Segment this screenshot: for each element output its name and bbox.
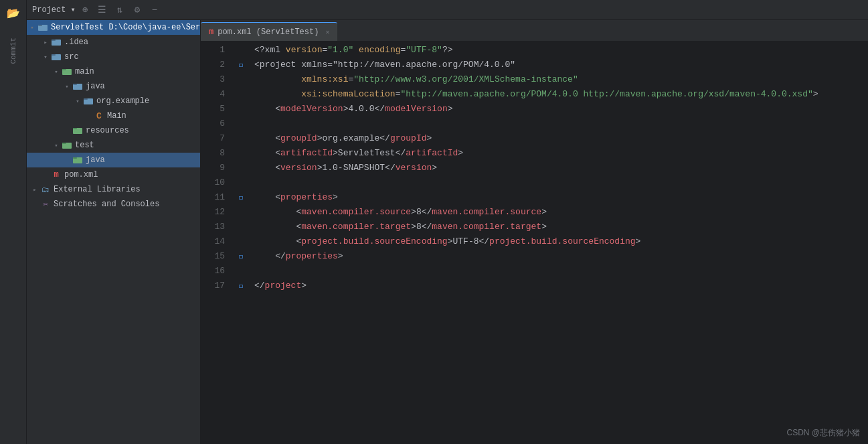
line-number-10: 10 [201, 175, 233, 190]
tree-item-9[interactable]: java [27, 153, 200, 167]
tree-arrow: ▾ [27, 22, 37, 33]
gutter-icon-17: ◻ [233, 279, 249, 293]
external-icon: 🗂 [40, 184, 51, 195]
commit-label: Commit [8, 35, 19, 67]
folder-icon [62, 66, 72, 77]
svg-rect-15 [62, 143, 66, 144]
editor-gutter: ◻◻◻◻ [233, 42, 249, 444]
tree-item-12[interactable]: ✂Scratches and Consoles [27, 197, 200, 212]
gutter-icon-1 [233, 43, 249, 58]
gutter-icon-5 [233, 102, 249, 117]
code-line-2: <project xmlns="http://maven.apache.org/… [249, 58, 868, 72]
tree-item-label: ServletTest D:\Code\java-ee\Ser... [51, 23, 201, 32]
settings-icon[interactable]: ⚙ [131, 3, 144, 17]
tree-item-10[interactable]: mpom.xml [27, 167, 200, 182]
gutter-icon-12 [233, 205, 249, 220]
gutter-icon-8 [233, 146, 249, 161]
code-line-10 [249, 175, 868, 190]
gutter-icon-2: ◻ [233, 58, 249, 72]
scratches-icon: ✂ [40, 199, 51, 210]
line-number-5: 5 [201, 102, 233, 117]
project-sidebar: ▾ServletTest D:\Code\java-ee\Ser...▸.ide… [27, 20, 201, 444]
class-icon: C [94, 110, 104, 121]
svg-rect-13 [73, 128, 77, 129]
tree-item-11[interactable]: ▸🗂External Libraries [27, 182, 200, 197]
gutter-icon-7 [233, 131, 249, 146]
add-icon[interactable]: ⊕ [78, 3, 92, 17]
code-line-4: xsi:schemaLocation="http://maven.apache.… [249, 87, 868, 102]
code-line-8: <artifactId>ServletTest</artifactId> [249, 146, 868, 161]
code-line-16 [249, 264, 868, 279]
svg-rect-17 [73, 157, 77, 159]
tree-item-5[interactable]: ▾org.example [27, 94, 200, 108]
list-icon[interactable]: ☰ [96, 3, 109, 17]
watermark: CSDN @悲伤猪小猪 [786, 427, 860, 439]
gutter-icon-16 [233, 264, 249, 279]
tree-arrow: ▾ [51, 140, 62, 151]
svg-rect-1 [38, 25, 42, 26]
code-line-5: <modelVersion>4.0.0</modelVersion> [249, 102, 868, 117]
line-number-4: 4 [201, 87, 233, 102]
tab-label: pom.xml (ServletTest) [218, 27, 319, 37]
project-tool-button[interactable]: 📂 [3, 3, 24, 24]
tree-item-label: Scratches and Consoles [54, 200, 159, 209]
gutter-icon-4 [233, 87, 249, 102]
main-area: Project ▾ ⊕ ☰ ⇅ ⚙ − ▾ServletTest D:\Code… [27, 0, 868, 444]
tree-item-6[interactable]: CMain [27, 108, 200, 123]
tree-item-label: java [86, 82, 105, 91]
tree-item-label: org.example [96, 96, 149, 106]
tree-item-label: Main [107, 111, 126, 121]
code-editor[interactable]: 1234567891011121314151617 ◻◻◻◻ <?xml ver… [201, 42, 868, 444]
folder-icon [83, 96, 94, 106]
gutter-icon-6 [233, 117, 249, 131]
tree-item-0[interactable]: ▾ServletTest D:\Code\java-ee\Ser... [27, 20, 200, 35]
folder-icon [62, 140, 72, 151]
tab-bar: m pom.xml (ServletTest) ✕ [201, 20, 868, 42]
tree-item-4[interactable]: ▾java [27, 79, 200, 94]
gutter-icon-11: ◻ [233, 190, 249, 205]
line-number-3: 3 [201, 72, 233, 87]
tree-item-label: pom.xml [64, 170, 98, 179]
code-line-11: <properties> [249, 190, 868, 205]
pom-xml-tab[interactable]: m pom.xml (ServletTest) ✕ [201, 22, 337, 41]
minimize-icon[interactable]: − [148, 3, 161, 17]
code-line-9: <version>1.0-SNAPSHOT</version> [249, 161, 868, 175]
code-line-12: <maven.compiler.source>8</maven.compiler… [249, 205, 868, 220]
tree-arrow: ▾ [40, 52, 51, 62]
folder-icon [72, 155, 83, 165]
tree-item-2[interactable]: ▾src [27, 50, 200, 64]
commit-button[interactable]: Commit [3, 40, 24, 62]
svg-rect-3 [52, 40, 56, 41]
folder-icon [51, 37, 62, 48]
line-number-12: 12 [201, 205, 233, 220]
project-dropdown[interactable]: Project ▾ [32, 5, 76, 15]
code-line-15: </properties> [249, 249, 868, 264]
code-line-3: xmlns:xsi="http://www.w3.org/2001/XMLSch… [249, 72, 868, 87]
tree-item-label: main [75, 67, 94, 76]
code-content[interactable]: <?xml version="1.0" encoding="UTF-8"?><p… [249, 42, 868, 444]
tree-item-label: test [75, 141, 94, 150]
tree-item-label: java [86, 155, 105, 165]
gutter-icon-13 [233, 220, 249, 234]
line-number-1: 1 [201, 43, 233, 58]
tree-arrow: ▾ [62, 81, 72, 92]
folder-icon [72, 81, 83, 92]
code-line-1: <?xml version="1.0" encoding="UTF-8"?> [249, 43, 868, 58]
folder-icon: 📂 [7, 7, 20, 20]
line-number-17: 17 [201, 279, 233, 293]
tree-item-3[interactable]: ▾main [27, 64, 200, 79]
tab-close-button[interactable]: ✕ [325, 28, 329, 36]
code-line-17: </project> [249, 279, 868, 293]
tree-item-7[interactable]: resources [27, 123, 200, 138]
content-area: ▾ServletTest D:\Code\java-ee\Ser...▸.ide… [27, 20, 868, 444]
tree-item-label: resources [86, 126, 129, 135]
line-numbers: 1234567891011121314151617 [201, 42, 233, 444]
gutter-icon-14 [233, 234, 249, 249]
line-number-15: 15 [201, 249, 233, 264]
tree-item-8[interactable]: ▾test [27, 138, 200, 153]
svg-rect-11 [84, 98, 88, 100]
sort-icon[interactable]: ⇅ [113, 3, 126, 17]
tree-item-1[interactable]: ▸.idea [27, 35, 200, 50]
line-number-13: 13 [201, 220, 233, 234]
line-number-16: 16 [201, 264, 233, 279]
